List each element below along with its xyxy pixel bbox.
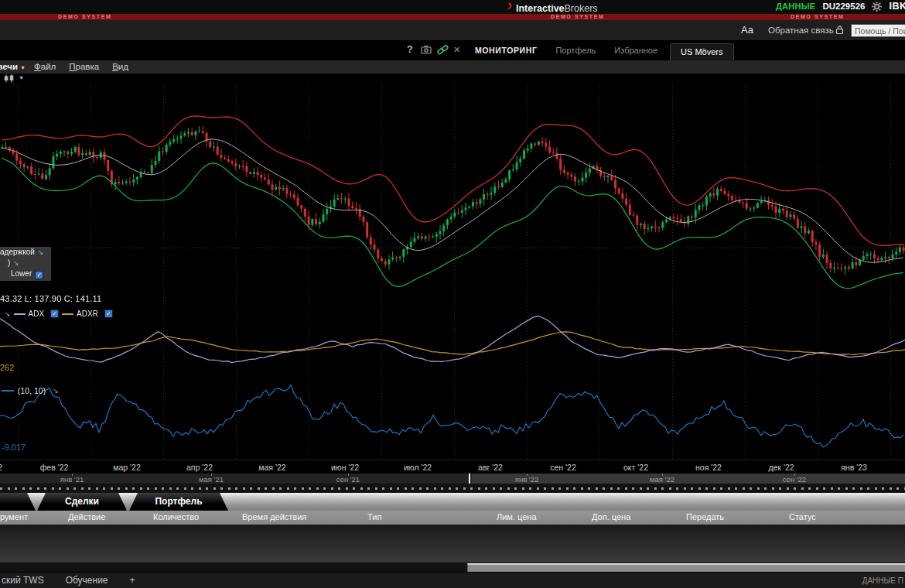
statusbar-tab-education[interactable]: Обучение (66, 575, 108, 586)
axis-label: июн '22 (322, 463, 368, 472)
axis-label: мар '22 (104, 463, 150, 472)
collapse-arrow-icon[interactable]: ↘ (5, 310, 11, 318)
account-id: DU229526 (822, 2, 865, 11)
tab-portfolio[interactable]: Портфель (546, 46, 605, 55)
titlebar: InteractiveBrokers ДАННЫЕ DU229526 IBKR (0, 0, 905, 14)
ohlc-readout: 43.32 L: 137.90 C: 141.11 (0, 294, 101, 303)
chevron-down-icon: ▼ (20, 65, 26, 70)
timeline-label: янв '22 (502, 475, 552, 484)
timeline-label: янв '21 (47, 475, 97, 484)
checkbox-icon[interactable]: ✓ (104, 309, 113, 318)
legend-row: Lower✓ (0, 268, 51, 279)
oscillator-period-label: (10, 10) (18, 386, 46, 395)
column-header[interactable]: Тип (367, 512, 381, 521)
chart-menubar: Свечи▼ ФайлПравкаВид (0, 60, 905, 74)
timeline-range-handle[interactable] (469, 473, 470, 484)
camera-icon[interactable] (421, 45, 432, 54)
feedback-link[interactable]: Обратная связь (768, 26, 834, 35)
axis-label: фев '22 (31, 463, 77, 472)
menu-edit[interactable]: Правка (69, 62, 99, 71)
oscillator-legend: (10, 10)↘ (2, 386, 59, 395)
panel-splitter[interactable] (0, 484, 905, 493)
column-header[interactable]: Доп. цена (592, 512, 630, 521)
checkbox-icon[interactable]: ✓ (35, 271, 43, 279)
axis-label: янв '23 (831, 463, 877, 472)
ibkr-logo-text: IBKR (889, 1, 905, 12)
horizontal-scrollbar[interactable] (0, 562, 905, 573)
chevron-down-icon[interactable]: ▼ (19, 75, 24, 80)
chart-area: адержкой↘)↘Lower✓ 43.32 L: 137.90 C: 141… (0, 84, 905, 460)
legend-row: адержкой↘ (0, 247, 51, 258)
time-axis: 2 фев '22мар '22апр '22мая '22июн '22июл… (0, 460, 905, 474)
column-header[interactable]: Статус (789, 512, 816, 521)
workspace-tabstrip: ? ✕ МОНИТОРИНГПортфельИзбранноеUS Movers… (0, 40, 905, 60)
ib-flame-icon (504, 2, 513, 13)
add-tab-button[interactable]: + (701, 44, 707, 56)
timeline-label: мая '22 (637, 475, 687, 484)
axis-label: сен '22 (540, 463, 586, 472)
splitter-dots (0, 487, 905, 490)
timeline-label: мая '21 (186, 475, 236, 484)
legend-color-dash (2, 390, 14, 391)
tab-favorites[interactable]: Избранное (605, 46, 667, 55)
axis-label-clipped: 2 (0, 463, 2, 472)
chart-legend-box[interactable]: адержкой↘)↘Lower✓ (0, 247, 51, 281)
statusbar-tab-classic-tws[interactable]: ский TWS (2, 575, 44, 586)
candlestick-style-icon[interactable] (4, 74, 16, 83)
legend-color-dash (62, 313, 73, 315)
statusbar: ский TWSОбучение+ ДАННЫЕ П (0, 572, 905, 588)
collapse-arrow-icon[interactable]: ↘ (13, 259, 19, 267)
data-status-label: ДАННЫЕ (776, 2, 816, 11)
lock-icon (835, 25, 844, 35)
help-search-input[interactable] (851, 24, 905, 37)
column-header[interactable]: румент (0, 512, 28, 521)
menu-view[interactable]: Вид (112, 62, 128, 71)
brand-interactive: Interactive (516, 3, 565, 14)
collapse-arrow-icon[interactable]: ↘ (53, 387, 59, 395)
axis-label: мая '22 (249, 463, 295, 472)
orders-table-header: рументДействиеКоличествоВремя действияТи… (0, 511, 905, 525)
legend-row: )↘ (0, 258, 51, 268)
menu-file[interactable]: Файл (34, 62, 56, 71)
checkbox-icon[interactable]: ✓ (50, 309, 59, 318)
adxr-last-value: 262 (0, 363, 14, 372)
axis-label: окт '22 (613, 463, 659, 472)
demo-system-text: DEMO SYSTEM (58, 14, 111, 20)
gear-icon[interactable] (872, 2, 882, 12)
timeline-navigator[interactable]: янв '21мая '21сен '21янв '22мая '22сен '… (0, 473, 905, 484)
legend-color-dash (14, 313, 26, 315)
indicator-label-adx: ADX (29, 309, 45, 318)
axis-label: июл '22 (394, 463, 441, 472)
chart-window-title[interactable]: Свечи▼ (0, 62, 26, 71)
column-header[interactable]: Лим. цена (497, 512, 537, 521)
orders-tab-clipped[interactable] (0, 493, 36, 511)
workspace-page-tabs: ский TWSОбучение+ (2, 575, 157, 586)
orders-tab-portfolio[interactable]: Портфель (129, 493, 228, 511)
demo-system-text: DEMO SYSTEM (791, 14, 844, 20)
column-header[interactable]: Время действия (242, 512, 306, 521)
font-size-button[interactable]: Аа (741, 24, 753, 36)
column-header[interactable]: Действие (68, 512, 105, 521)
statusbar-data-label: ДАННЫЕ П (862, 576, 903, 585)
workspace-tabs: МОНИТОРИНГПортфельИзбранноеUS Movers (466, 40, 737, 60)
close-icon[interactable]: ✕ (453, 45, 460, 55)
tab-monitoring[interactable]: МОНИТОРИНГ (466, 46, 546, 55)
chart-mini-toolbar: ▼ (0, 74, 905, 84)
column-header[interactable]: Передать (686, 512, 724, 521)
link-icon[interactable] (437, 45, 449, 55)
orders-tab-trades[interactable]: Сделки (37, 493, 127, 511)
orders-table-body (0, 525, 905, 562)
orders-tabbar: СделкиПортфель (0, 493, 905, 511)
axis-label: ноя '22 (685, 463, 732, 472)
price-chart-canvas[interactable] (0, 84, 905, 460)
help-icon[interactable]: ? (407, 44, 413, 55)
menu-items: ФайлПравкаВид (34, 62, 128, 71)
tws-window: InteractiveBrokers ДАННЫЕ DU229526 IBKR … (0, 0, 905, 588)
adx-indicator-legend: ↘ADX✓ADXR✓ (2, 309, 113, 318)
collapse-arrow-icon[interactable]: ↘ (38, 248, 44, 256)
column-header[interactable]: Количество (153, 512, 199, 521)
demo-system-text: DEMO SYSTEM (551, 14, 604, 20)
statusbar-add-tab[interactable]: + (130, 575, 135, 586)
axis-label: апр '22 (176, 463, 223, 472)
main-toolbar: Аа Обратная связь (0, 20, 905, 40)
